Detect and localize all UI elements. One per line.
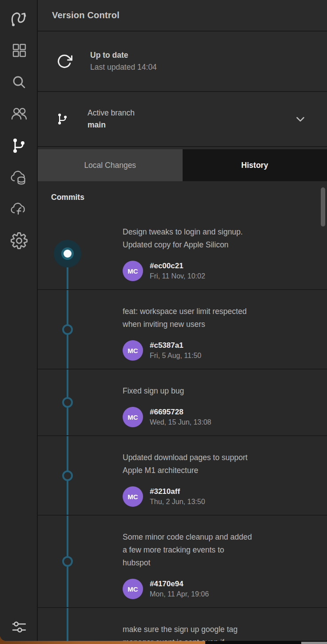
background-window-edge [301, 642, 327, 644]
branch-name: main [88, 120, 135, 130]
cloud-storage-icon[interactable] [0, 168, 38, 187]
commit-history-panel: Commits Design tweaks to login and signu… [38, 181, 327, 641]
cloud-functions-icon[interactable] [0, 199, 38, 219]
commit-hash: #3210aff [150, 487, 205, 496]
commit-timeline-node [62, 324, 73, 335]
commit-message: feat: workspace user limit respected whe… [123, 305, 311, 331]
commit-date: Wed, 15 Jun, 13:08 [150, 418, 211, 426]
active-branch-selector[interactable]: Active branch main [38, 92, 327, 147]
avatar: MC [123, 407, 143, 427]
commit-date: Fri, 11 Nov, 10:02 [150, 272, 205, 280]
commit-hash: #4170e94 [150, 580, 209, 588]
page-title: Version Control [52, 10, 120, 20]
commit-message: Some minor code cleanup and added a few … [123, 531, 311, 569]
refresh-icon[interactable] [56, 53, 72, 69]
commit-hash: #c5387a1 [150, 341, 201, 350]
commit-row[interactable]: Design tweaks to login and signup. Updat… [38, 209, 327, 289]
commit-row[interactable]: Some minor code cleanup and added a few … [38, 515, 327, 607]
commits-heading: Commits [38, 181, 327, 209]
avatar: MC [123, 579, 143, 599]
avatar: MC [123, 340, 143, 361]
commit-row[interactable]: Updated download pages to support Apple … [38, 435, 327, 515]
avatar: MC [123, 486, 143, 507]
branch-icon [56, 112, 70, 126]
commit-date: Thu, 2 Jun, 13:50 [150, 498, 205, 506]
tab-bar: Local Changes History [38, 149, 327, 181]
avatar: MC [123, 261, 143, 281]
commit-timeline-node [62, 470, 73, 481]
app-window: Version Control Up to date Last updated … [0, 0, 327, 641]
commit-list: Design tweaks to login and signup. Updat… [38, 209, 327, 641]
commit-timeline-node [62, 556, 73, 567]
commit-message: Design tweaks to login and signup. Updat… [123, 226, 311, 251]
search-icon[interactable] [0, 73, 38, 91]
branch-label: Active branch [88, 108, 135, 118]
settings-gear-icon[interactable] [0, 231, 38, 250]
commit-message: Fixed sign up bug [123, 385, 311, 398]
commit-date: Fri, 5 Aug, 11:50 [150, 352, 201, 360]
sync-status-section[interactable]: Up to date Last updated 14:04 [38, 32, 327, 92]
commit-row[interactable]: make sure the sign up google tag manager… [38, 607, 327, 641]
scrollbar[interactable] [321, 187, 325, 227]
chevron-down-icon[interactable] [294, 113, 307, 125]
commit-date: Mon, 11 Apr, 19:06 [150, 590, 209, 598]
panel-header: Version Control [38, 0, 327, 32]
sync-status-text: Up to date [90, 51, 157, 60]
commit-hash: #ec00c21 [150, 262, 205, 270]
app-logo-icon[interactable] [0, 8, 38, 28]
commit-row[interactable]: feat: workspace user limit respected whe… [38, 289, 327, 369]
version-control-panel: Version Control Up to date Last updated … [38, 0, 327, 641]
commit-timeline-node [62, 397, 73, 408]
commit-message: Updated download pages to support Apple … [123, 451, 311, 477]
team-icon[interactable] [0, 105, 38, 123]
tab-local-changes[interactable]: Local Changes [38, 149, 183, 181]
dashboard-icon[interactable] [0, 41, 38, 59]
version-control-icon[interactable] [0, 136, 38, 155]
commit-hash: #6695728 [150, 408, 211, 417]
sync-last-updated: Last updated 14:04 [90, 63, 157, 72]
commit-row[interactable]: Fixed sign up bug MC #6695728 Wed, 15 Ju… [38, 369, 327, 435]
tab-history[interactable]: History [183, 149, 327, 181]
sidebar [0, 0, 38, 641]
commit-message: make sure the sign up google tag manager… [123, 623, 311, 641]
commit-timeline-node [54, 240, 81, 267]
preferences-sliders-icon[interactable] [0, 618, 38, 636]
